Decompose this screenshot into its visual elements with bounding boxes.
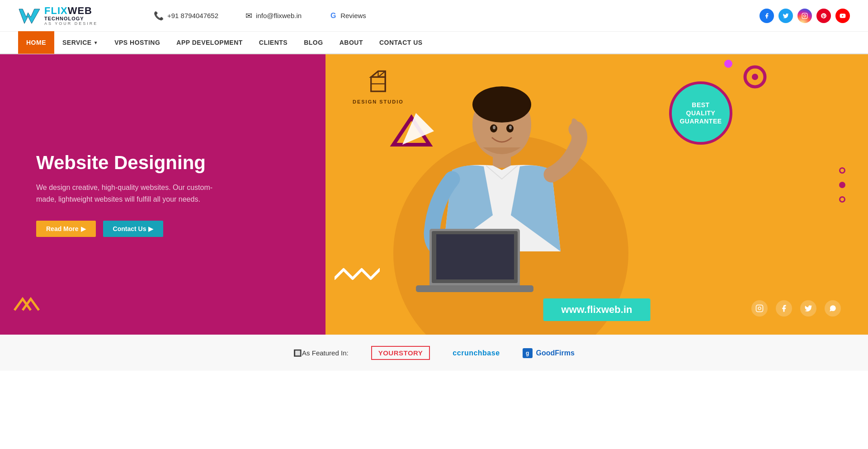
- dot-2: [839, 182, 845, 188]
- pinterest-icon[interactable]: [816, 9, 831, 23]
- social-icons: [760, 9, 850, 23]
- yourstory-logo[interactable]: YOURSTORY: [371, 346, 430, 360]
- quality-badge: BEST QUALITY GUARANTEE: [669, 81, 732, 145]
- dot-3: [839, 196, 845, 203]
- nav-blog[interactable]: BLOG: [296, 31, 331, 54]
- design-studio-cube-icon: [363, 68, 393, 97]
- tagline: AS YOUR DESIRE: [44, 21, 98, 26]
- badge-guarantee: GUARANTEE: [679, 117, 722, 125]
- facebook-icon[interactable]: [760, 9, 774, 23]
- corner-arrows-svg: [14, 297, 41, 319]
- nav-app-development[interactable]: APP DEVELOPMENT: [168, 31, 251, 54]
- phone-contact[interactable]: 📞 +91 8794047652: [154, 11, 218, 21]
- read-more-button[interactable]: Read More ▶: [36, 221, 96, 237]
- person-svg: [407, 80, 597, 333]
- hero-whatsapp-icon[interactable]: [825, 300, 841, 317]
- svg-line-11: [378, 71, 385, 77]
- svg-point-26: [493, 126, 495, 129]
- wave-decoration: [335, 265, 380, 285]
- hero-buttons: Read More ▶ Contact Us ▶: [36, 221, 298, 237]
- nav-service[interactable]: SERVICE ▼: [54, 31, 106, 54]
- email-icon: ✉: [245, 11, 252, 21]
- hero-title: Website Designing: [36, 152, 298, 174]
- readmore-arrow-icon: ▶: [81, 225, 86, 232]
- logo-text: FLIXWEB TECHNOLOGY AS YOUR DESIRE: [44, 6, 98, 26]
- hero-twitter-icon[interactable]: [800, 300, 816, 317]
- featured-bar: 🔲As Featured In: YOURSTORY ccrunchbase g…: [0, 335, 868, 371]
- svg-rect-2: [802, 13, 807, 19]
- corner-decoration: [14, 297, 41, 321]
- navbar: HOME SERVICE ▼ VPS HOSTING APP DEVELOPME…: [0, 32, 868, 54]
- goodfirms-icon: g: [523, 348, 533, 358]
- google-icon: G: [329, 11, 338, 20]
- pink-dot-decoration: [724, 60, 732, 68]
- hero-description: We design creative, high-quality website…: [36, 182, 226, 205]
- zigzag-svg: [335, 265, 380, 283]
- dot-1: [839, 167, 845, 174]
- phone-number: +91 8794047652: [167, 12, 218, 19]
- svg-marker-0: [19, 9, 40, 24]
- crunchbase-text: ccrunchbase: [453, 349, 500, 357]
- hero-section: Website Designing We design creative, hi…: [0, 54, 868, 335]
- hero-left: Website Designing We design creative, hi…: [0, 54, 326, 335]
- nav-vps-hosting[interactable]: VPS HOSTING: [106, 31, 168, 54]
- phone-icon: 📞: [154, 11, 164, 21]
- instagram-icon[interactable]: [797, 9, 812, 23]
- hero-person: [407, 80, 597, 335]
- purple-circle-decoration: [741, 63, 769, 92]
- svg-rect-23: [436, 234, 514, 279]
- svg-point-17: [472, 86, 531, 123]
- hero-right: DESIGN STUDIO BEST QUALITY GUARANTEE: [326, 54, 868, 335]
- brand-name: FLIXWEB: [44, 6, 98, 16]
- crunchbase-logo[interactable]: ccrunchbase: [453, 349, 500, 357]
- reviews-item[interactable]: G Reviews: [329, 11, 366, 20]
- email-contact[interactable]: ✉ info@flixweb.in: [245, 11, 302, 21]
- nav-home[interactable]: HOME: [18, 31, 54, 54]
- svg-point-15: [752, 74, 758, 80]
- nav-clients[interactable]: CLIENTS: [251, 31, 296, 54]
- goodfirms-logo[interactable]: g GoodFirms: [523, 348, 575, 358]
- youtube-icon[interactable]: [835, 9, 850, 23]
- svg-rect-18: [493, 154, 511, 168]
- hero-social-icons: [751, 300, 841, 317]
- purple-circle-svg: [741, 63, 769, 90]
- contact-arrow-icon: ▶: [148, 225, 153, 232]
- featured-label: 🔲As Featured In:: [293, 349, 349, 357]
- design-studio-label: DESIGN STUDIO: [353, 99, 404, 104]
- design-studio-logo: DESIGN STUDIO: [353, 68, 404, 104]
- badge-quality: QUALITY: [679, 109, 722, 117]
- contact-us-button[interactable]: Contact Us ▶: [103, 221, 164, 237]
- email-address: info@flixweb.in: [256, 12, 302, 19]
- logo[interactable]: FLIXWEB TECHNOLOGY AS YOUR DESIRE: [18, 5, 118, 27]
- nav-contact-us[interactable]: CONTACT US: [371, 31, 431, 54]
- svg-rect-22: [416, 285, 533, 292]
- nav-about[interactable]: ABOUT: [331, 31, 371, 54]
- dots-decoration: [839, 167, 845, 203]
- goodfirms-text: GoodFirms: [536, 349, 575, 357]
- hero-facebook-icon[interactable]: [776, 300, 792, 317]
- yourstory-badge: YOURSTORY: [371, 346, 430, 360]
- twitter-icon[interactable]: [778, 9, 793, 23]
- svg-rect-28: [756, 305, 763, 312]
- contact-items: 📞 +91 8794047652 ✉ info@flixweb.in G Rev…: [154, 11, 366, 21]
- badge-best: BEST: [679, 101, 722, 109]
- hero-instagram-icon[interactable]: [751, 300, 768, 317]
- svg-point-27: [509, 126, 512, 129]
- top-bar: FLIXWEB TECHNOLOGY AS YOUR DESIRE 📞 +91 …: [0, 0, 868, 32]
- technology-label: TECHNOLOGY: [44, 16, 98, 21]
- service-dropdown-arrow: ▼: [94, 40, 98, 45]
- reviews-label: Reviews: [340, 12, 366, 19]
- logo-icon: [18, 5, 41, 27]
